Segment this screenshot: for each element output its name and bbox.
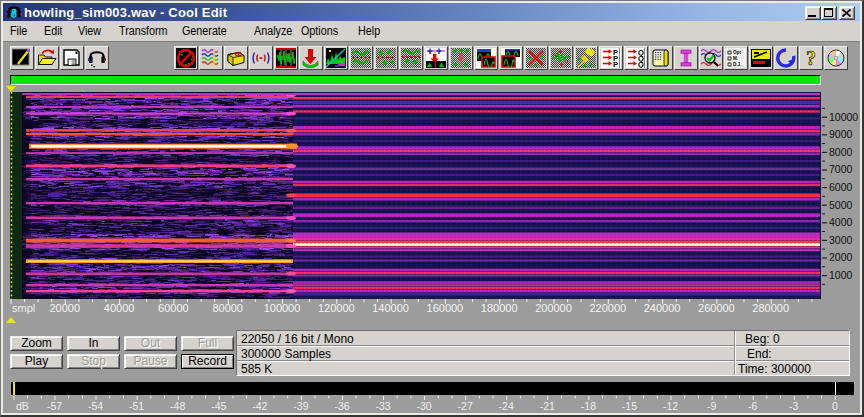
svg-text:-15: -15 <box>622 400 637 412</box>
svg-text:60000: 60000 <box>158 302 189 314</box>
svg-text:-39: -39 <box>293 400 308 412</box>
svg-text:-6: -6 <box>748 400 757 412</box>
svg-text:120000: 120000 <box>318 302 355 314</box>
svg-text:200000: 200000 <box>535 302 572 314</box>
svg-text:-36: -36 <box>334 400 349 412</box>
svg-text:-57: -57 <box>47 400 62 412</box>
svg-text:240000: 240000 <box>644 302 681 314</box>
svg-text:-24: -24 <box>499 400 514 412</box>
svg-text:-54: -54 <box>88 400 103 412</box>
svg-text:-21: -21 <box>540 400 555 412</box>
svg-text:smpl: smpl <box>12 302 35 314</box>
svg-text:220000: 220000 <box>589 302 626 314</box>
svg-text:P: P <box>613 60 618 68</box>
svg-text:80000: 80000 <box>212 302 243 314</box>
svg-text:7000: 7000 <box>829 163 853 175</box>
svg-text:-33: -33 <box>375 400 390 412</box>
svg-text:40000: 40000 <box>104 302 135 314</box>
svg-text:8000: 8000 <box>829 146 853 158</box>
svg-text:160000: 160000 <box>427 302 464 314</box>
svg-text:-45: -45 <box>211 400 226 412</box>
svg-text:2000: 2000 <box>829 251 853 263</box>
svg-text:260000: 260000 <box>698 302 735 314</box>
svg-text:D.J.: D.J. <box>733 62 741 67</box>
svg-text:280000: 280000 <box>752 302 789 314</box>
svg-text:5000: 5000 <box>829 199 853 211</box>
svg-text:6000: 6000 <box>829 181 853 193</box>
svg-text:100000: 100000 <box>264 302 301 314</box>
svg-text:M.: M. <box>733 56 738 61</box>
svg-text:-18: -18 <box>581 400 596 412</box>
svg-text:-27: -27 <box>458 400 473 412</box>
svg-text:-48: -48 <box>170 400 185 412</box>
svg-text:4000: 4000 <box>829 216 853 228</box>
svg-text:-12: -12 <box>663 400 678 412</box>
svg-text:20000: 20000 <box>50 302 81 314</box>
svg-text:-30: -30 <box>417 400 432 412</box>
svg-text:140000: 140000 <box>372 302 409 314</box>
svg-text:Opt: Opt <box>733 50 741 55</box>
svg-text:180000: 180000 <box>481 302 518 314</box>
svg-text:0: 0 <box>832 400 838 412</box>
svg-text:-42: -42 <box>252 400 267 412</box>
svg-text:-9: -9 <box>707 400 716 412</box>
svg-text:3000: 3000 <box>829 234 853 246</box>
svg-text:dB: dB <box>16 400 29 412</box>
svg-text:-3: -3 <box>789 400 798 412</box>
svg-text:9000: 9000 <box>829 128 853 140</box>
svg-text:?: ? <box>806 48 816 68</box>
svg-text:-51: -51 <box>129 400 144 412</box>
svg-text:Q: Q <box>638 60 644 68</box>
svg-text:10000: 10000 <box>829 111 858 123</box>
svg-text:1000: 1000 <box>829 269 853 281</box>
